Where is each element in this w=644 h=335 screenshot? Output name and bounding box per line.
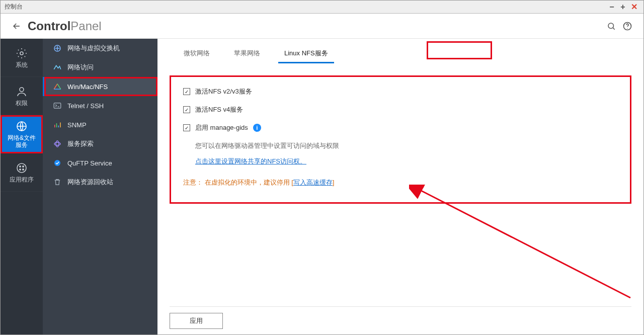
sidebar-item-recycle[interactable]: 网络资源回收站 [43, 173, 157, 192]
search-icon [607, 22, 616, 31]
window-minimize-icon[interactable]: − [606, 2, 617, 13]
rail-item-apps[interactable]: 应用程序 [1, 153, 43, 192]
title-bar: 控制台 − + ✕ [1, 1, 643, 14]
header-bar: ControlPanel [1, 14, 643, 39]
arrow-left-icon [12, 21, 22, 31]
checkbox-nfsv23[interactable] [183, 88, 190, 95]
help-icon [622, 21, 632, 31]
window-title: 控制台 [5, 3, 23, 11]
category-rail: 系统 权限 网络&文件 服务 应用程序 [1, 39, 43, 334]
svg-point-5 [20, 88, 24, 92]
svg-point-7 [17, 163, 26, 173]
rail-item-privilege[interactable]: 权限 [1, 77, 43, 115]
tab-apple[interactable]: 苹果网络 [228, 45, 266, 63]
checkbox-row-manage-gids: 启用 manage-gids i [183, 123, 618, 132]
app-window: 控制台 − + ✕ ControlPanel 系统 [0, 0, 644, 335]
window-maximize-icon[interactable]: + [617, 2, 628, 13]
search-button[interactable] [603, 18, 619, 34]
quftp-icon [52, 158, 62, 168]
tab-linux-nfs[interactable]: Linux NFS服务 [278, 45, 334, 63]
winmacnfs-icon [52, 81, 62, 92]
sidebar-item-telnetssh[interactable]: Telnet / SSH [43, 96, 157, 115]
footer-bar: 应用 [170, 306, 631, 334]
svg-point-16 [54, 160, 60, 166]
apply-button[interactable]: 应用 [170, 313, 223, 329]
note-text: 注意： 在虚拟化的环境中，建议停用 [写入高速缓存] [183, 178, 618, 187]
network-access-icon [52, 62, 62, 72]
sidebar-item-snmp[interactable]: SNMP [43, 115, 157, 134]
description-text: 您可以在网络驱动器管理中设置可访问的域与权限 [195, 141, 618, 150]
content-area: 微软网络 苹果网络 Linux NFS服务 激活NFS v2/v3服务 激活NF… [157, 39, 643, 334]
svg-point-0 [608, 23, 614, 29]
gear-icon [15, 47, 28, 60]
apps-grid-icon [15, 161, 28, 175]
svg-point-11 [23, 169, 24, 170]
help-button[interactable] [619, 18, 635, 34]
sidebar-item-svcdisc[interactable]: 服务探索 [43, 134, 157, 153]
checkbox-label: 激活NFS v2/v3服务 [195, 87, 252, 96]
rail-item-system[interactable]: 系统 [1, 39, 43, 77]
sidebar-item-winmacnfs[interactable]: Win/Mac/NFS [43, 77, 157, 96]
sidebar-nav: 网络与虚拟交换机 网络访问 Win/Mac/NFS Telnet / SSH [43, 39, 157, 334]
sidebar-item-quftp[interactable]: QuFTP Service [43, 153, 157, 173]
svg-point-15 [56, 141, 59, 147]
info-icon[interactable]: i [253, 124, 261, 132]
checkbox-manage-gids[interactable] [183, 124, 190, 131]
rail-item-network-file[interactable]: 网络&文件 服务 [1, 115, 43, 153]
window-close-icon[interactable]: ✕ [628, 2, 639, 13]
checkbox-row-nfsv23: 激活NFS v2/v3服务 [183, 87, 618, 96]
sidebar-item-netaccess[interactable]: 网络访问 [43, 58, 157, 77]
svg-line-1 [613, 28, 614, 29]
svg-point-14 [54, 142, 60, 145]
back-button[interactable] [9, 18, 25, 34]
tabs-bar: 微软网络 苹果网络 Linux NFS服务 [170, 39, 631, 63]
app-title: ControlPanel [28, 19, 102, 33]
nfs-access-link[interactable]: 点击这里设置网络共享的NFS访问权。 [195, 157, 306, 166]
globe-icon [15, 120, 28, 133]
svg-rect-13 [54, 103, 61, 109]
checkbox-row-nfsv4: 激活NFS v4服务 [183, 105, 618, 114]
svg-point-8 [20, 165, 21, 166]
svg-point-4 [20, 52, 23, 55]
svg-line-18 [419, 190, 630, 298]
terminal-icon [52, 101, 62, 111]
checkbox-nfsv4[interactable] [183, 106, 190, 113]
svg-point-9 [23, 165, 24, 166]
svg-point-10 [20, 169, 21, 170]
checkbox-label: 启用 manage-gids [195, 123, 248, 132]
snmp-icon [52, 120, 62, 130]
write-cache-link[interactable]: 写入高速缓存 [293, 179, 333, 186]
nfs-settings-pane: 激活NFS v2/v3服务 激活NFS v4服务 启用 manage-gids … [170, 75, 631, 204]
recycle-bin-icon [52, 177, 62, 187]
service-discovery-icon [52, 139, 62, 149]
user-icon [15, 85, 28, 98]
sidebar-item-nvswitch[interactable]: 网络与虚拟交换机 [43, 39, 157, 58]
main-body: 系统 权限 网络&文件 服务 应用程序 [1, 39, 643, 334]
svg-point-3 [627, 28, 627, 28]
tab-microsoft[interactable]: 微软网络 [178, 45, 216, 63]
network-switch-icon [52, 43, 62, 53]
checkbox-label: 激活NFS v4服务 [195, 105, 243, 114]
